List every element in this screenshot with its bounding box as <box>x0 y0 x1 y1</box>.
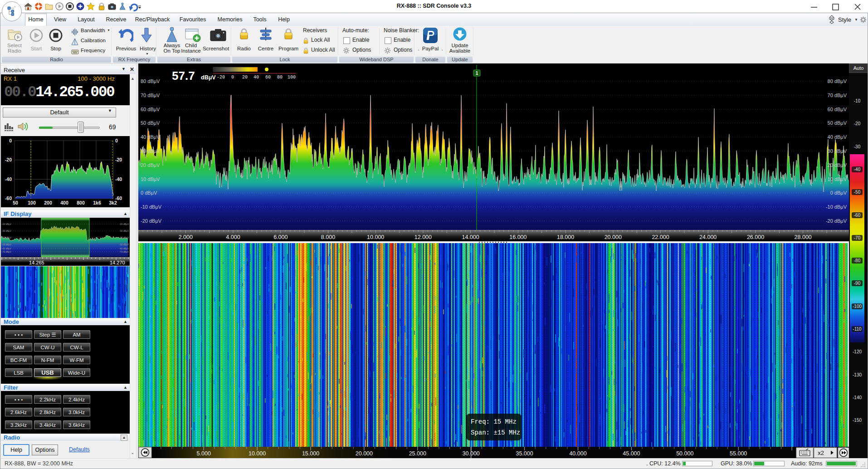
svg-text:45.000: 45.000 <box>623 450 640 457</box>
svg-text:10 dBμV: 10 dBμV <box>141 176 160 182</box>
svg-text:15.000: 15.000 <box>302 450 319 457</box>
svg-text:-50: -50 <box>854 190 861 195</box>
svg-text:-30: -30 <box>854 144 861 149</box>
svg-text:400: 400 <box>60 200 68 205</box>
svg-text:-20 dBμV: -20 dBμV <box>826 218 847 224</box>
svg-text:4.000: 4.000 <box>226 234 240 240</box>
svg-text:10.000: 10.000 <box>367 234 384 240</box>
svg-text:57.7: 57.7 <box>172 69 195 83</box>
svg-text:30 dBμV: 30 dBμV <box>141 148 160 154</box>
svg-text:10 dBμV: 10 dBμV <box>828 176 847 182</box>
svg-text:-20: -20 <box>115 157 122 162</box>
svg-text:1: 1 <box>476 71 478 76</box>
svg-text:-150: -150 <box>853 418 862 423</box>
svg-text:25.000: 25.000 <box>409 450 426 457</box>
svg-text:1k6: 1k6 <box>93 200 101 205</box>
svg-text:5.000: 5.000 <box>197 450 211 457</box>
svg-text:-40 dBμV: -40 dBμV <box>119 236 129 239</box>
svg-text:-20: -20 <box>854 121 861 126</box>
svg-text:-10: -10 <box>854 98 861 103</box>
svg-text:10.000: 10.000 <box>249 450 266 457</box>
svg-text:80 dBμV: 80 dBμV <box>828 78 847 84</box>
svg-text:80: 80 <box>277 75 283 80</box>
svg-text:-10 dBμV: -10 dBμV <box>826 204 847 210</box>
svg-text:-120: -120 <box>853 349 862 354</box>
svg-text:-30 dBμV: -30 dBμV <box>119 230 129 232</box>
svg-text:-60: -60 <box>5 195 12 201</box>
svg-text:x2: x2 <box>818 449 824 456</box>
svg-text:50 dBμV: 50 dBμV <box>828 120 847 126</box>
svg-text:-130: -130 <box>853 372 862 377</box>
svg-text:40: 40 <box>254 75 259 80</box>
svg-text:-20 dBμV: -20 dBμV <box>141 218 162 224</box>
svg-text:8.000: 8.000 <box>321 234 335 240</box>
svg-text:20 dBμV: 20 dBμV <box>141 162 160 168</box>
svg-text:-20: -20 <box>217 75 225 80</box>
svg-text:70 dBμV: 70 dBμV <box>828 93 847 98</box>
svg-text:-30 dBμV: -30 dBμV <box>2 230 12 232</box>
svg-text:0 dBμV: 0 dBμV <box>830 190 847 195</box>
svg-text:40.000: 40.000 <box>569 450 586 457</box>
svg-text:20.000: 20.000 <box>356 450 373 457</box>
svg-text:30 dBμV: 30 dBμV <box>828 148 847 154</box>
svg-text:-40: -40 <box>854 167 861 172</box>
svg-text:-80: -80 <box>854 258 861 263</box>
svg-text:0 dBμV: 0 dBμV <box>141 190 157 195</box>
svg-text:-20: -20 <box>5 157 12 162</box>
svg-text:60 dBμV: 60 dBμV <box>141 107 160 112</box>
svg-text:30.000: 30.000 <box>463 450 480 457</box>
svg-text:6.000: 6.000 <box>273 234 288 240</box>
svg-text:12.000: 12.000 <box>414 234 432 240</box>
svg-text:16.000: 16.000 <box>509 234 527 240</box>
svg-text:0: 0 <box>231 75 234 80</box>
svg-text:24.000: 24.000 <box>699 234 717 240</box>
svg-text:-140: -140 <box>853 395 862 400</box>
svg-text:0: 0 <box>9 138 12 143</box>
svg-text:-70 dBμV: -70 dBμV <box>2 250 12 253</box>
svg-text:2.000: 2.000 <box>179 234 193 240</box>
svg-text:100: 100 <box>28 200 36 205</box>
svg-text:-20 dBμV: -20 dBμV <box>119 223 129 225</box>
svg-text:0: 0 <box>115 138 118 143</box>
svg-text:20.000: 20.000 <box>605 234 622 240</box>
svg-text:-50 dBμV: -50 dBμV <box>119 243 129 246</box>
svg-text:50 dBμV: 50 dBμV <box>141 120 160 126</box>
svg-text:35.000: 35.000 <box>516 450 533 457</box>
svg-text:3k2: 3k2 <box>109 200 117 205</box>
svg-text:-10 dBμV: -10 dBμV <box>141 204 162 210</box>
svg-text:-20 dBμV: -20 dBμV <box>2 223 12 225</box>
svg-text:26.000: 26.000 <box>747 234 764 240</box>
svg-text:55.000: 55.000 <box>730 450 747 457</box>
svg-text:40 dBμV: 40 dBμV <box>828 134 847 140</box>
svg-text:-60: -60 <box>854 213 861 218</box>
svg-text:28.000: 28.000 <box>795 234 812 240</box>
svg-text:200: 200 <box>44 200 52 205</box>
svg-text:80 dBμV: 80 dBμV <box>141 78 160 84</box>
svg-text:dBμV: dBμV <box>201 74 216 81</box>
svg-text:-110: -110 <box>853 327 862 332</box>
svg-text:-50 dBμV: -50 dBμV <box>2 243 12 246</box>
svg-text:-100: -100 <box>853 304 862 309</box>
svg-text:800: 800 <box>77 200 85 205</box>
svg-text:20 dBμV: 20 dBμV <box>828 162 847 168</box>
svg-text:60 dBμV: 60 dBμV <box>828 107 847 112</box>
svg-text:40 dBμV: 40 dBμV <box>141 134 160 140</box>
svg-text:50: 50 <box>13 200 18 205</box>
svg-text:-60 dBμV: -60 dBμV <box>119 247 129 250</box>
svg-text:Auto: Auto <box>853 65 864 71</box>
svg-text:-40: -40 <box>5 176 12 182</box>
svg-text:-40: -40 <box>115 176 122 182</box>
svg-text:60: 60 <box>265 75 271 80</box>
svg-text:20: 20 <box>242 75 248 80</box>
svg-text:-90: -90 <box>854 281 861 286</box>
svg-text:-60 dBμV: -60 dBμV <box>2 247 12 250</box>
svg-text:-70: -70 <box>854 235 861 240</box>
svg-text:14.000: 14.000 <box>462 234 479 240</box>
svg-text:18.000: 18.000 <box>557 234 574 240</box>
svg-text:100: 100 <box>288 75 296 80</box>
svg-text:-70 dBμV: -70 dBμV <box>119 250 129 253</box>
svg-text:-40 dBμV: -40 dBμV <box>2 236 12 239</box>
svg-text:70 dBμV: 70 dBμV <box>141 93 160 98</box>
svg-text:22.000: 22.000 <box>652 234 669 240</box>
svg-text:50.000: 50.000 <box>676 450 693 457</box>
